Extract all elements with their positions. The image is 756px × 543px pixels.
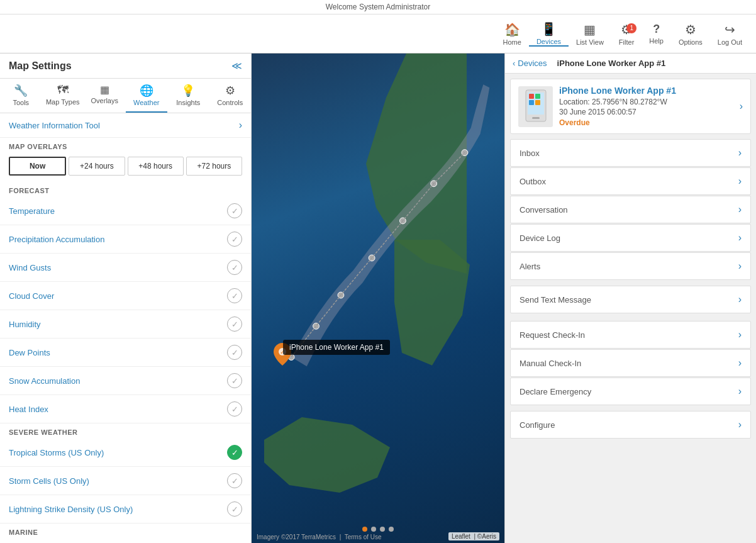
- menu-manual-checkin[interactable]: Manual Check-In ›: [510, 349, 751, 377]
- severe-tropical-storms-check[interactable]: ✓: [227, 445, 242, 460]
- menu-declare-emergency[interactable]: Declare Emergency ›: [510, 378, 751, 405]
- time-btn-plus72[interactable]: +72 hours: [186, 157, 242, 176]
- menu-conversation[interactable]: Conversation ›: [510, 196, 751, 223]
- forecast-heat-index[interactable]: Heat Index ✓: [0, 395, 251, 423]
- menu-conversation-label: Conversation: [520, 205, 568, 215]
- device-name: iPhone Lone Worker App #1: [559, 86, 733, 96]
- nav-list-view[interactable]: ▦ List View: [569, 22, 611, 46]
- leaflet-text: Leaflet | ©Aeris: [448, 532, 499, 540]
- forecast-temperature-check[interactable]: ✓: [227, 203, 242, 218]
- tab-controls[interactable]: ⚙ Controls: [209, 79, 252, 113]
- forecast-wind-gusts-check[interactable]: ✓: [227, 260, 242, 275]
- time-btn-plus48[interactable]: +48 hours: [128, 157, 184, 176]
- menu-request-checkin[interactable]: Request Check-In ›: [510, 321, 751, 349]
- map-background: ✓ iPhone Lone Worker App #1 Imagery ©201…: [252, 53, 504, 543]
- configure-chevron: ›: [738, 419, 742, 430]
- tab-weather[interactable]: 🌐 Weather: [126, 79, 168, 113]
- nav-options[interactable]: ⚙ Options: [671, 22, 710, 46]
- declare-emergency-label: Declare Emergency: [520, 387, 591, 396]
- forecast-humidity-check[interactable]: ✓: [227, 316, 242, 332]
- right-panel: ‹ Devices iPhone Lone Worker App #1: [504, 53, 756, 543]
- configure-label: Configure: [520, 420, 555, 430]
- device-card[interactable]: iPhone Lone Worker App #1 Location: 25.7…: [510, 79, 751, 134]
- nav-logout-label: Log Out: [718, 38, 742, 46]
- forecast-precipitation-label: Precipitation Accumulation: [9, 235, 104, 244]
- nav-devices[interactable]: 📱 Devices: [529, 21, 569, 47]
- nav-help[interactable]: ? Help: [642, 23, 671, 45]
- collapse-button[interactable]: ≪: [231, 60, 242, 72]
- toolbar-tabs: 🔧 Tools 🗺 Map Types ▦ Overlays 🌐 Weather…: [0, 79, 251, 113]
- forecast-wind-gusts[interactable]: Wind Gusts ✓: [0, 254, 251, 282]
- menu-device-log-label: Device Log: [520, 233, 560, 243]
- menu-outbox-label: Outbox: [520, 177, 546, 186]
- svg-point-2: [338, 292, 344, 298]
- tab-overlays[interactable]: ▦ Overlays: [84, 79, 126, 113]
- forecast-dew-points[interactable]: Dew Points ✓: [0, 339, 251, 367]
- list-view-icon: ▦: [584, 22, 596, 37]
- nav-home[interactable]: 🏠 Home: [496, 22, 529, 46]
- help-icon: ?: [653, 23, 660, 36]
- menu-device-log-chevron: ›: [738, 232, 742, 244]
- overlays-icon: ▦: [100, 84, 109, 96]
- menu-device-log[interactable]: Device Log ›: [510, 224, 751, 252]
- forecast-snow-accumulation-check[interactable]: ✓: [227, 373, 242, 388]
- request-checkin-chevron: ›: [738, 329, 742, 340]
- forecast-wind-gusts-label: Wind Gusts: [9, 263, 51, 272]
- map-imagery-credit: Imagery ©2017 TerraMetrics | Terms of Us…: [257, 534, 382, 540]
- devices-icon: 📱: [541, 21, 557, 36]
- terms-text: Terms of Use: [345, 534, 382, 540]
- right-panel-header: ‹ Devices iPhone Lone Worker App #1: [505, 53, 756, 74]
- menu-outbox[interactable]: Outbox ›: [510, 167, 751, 195]
- menu-inbox[interactable]: Inbox ›: [510, 139, 751, 167]
- nav-devices-label: Devices: [536, 38, 561, 45]
- severe-weather-header: SEVERE WEATHER: [0, 423, 251, 439]
- tab-tools[interactable]: 🔧 Tools: [0, 79, 42, 113]
- severe-lightning-check[interactable]: ✓: [227, 501, 242, 517]
- forecast-precipitation[interactable]: Precipitation Accumulation ✓: [0, 225, 251, 254]
- menu-send-text[interactable]: Send Text Message ›: [510, 286, 751, 313]
- panel-title: Map Settings: [9, 60, 72, 72]
- forecast-cloud-cover[interactable]: Cloud Cover ✓: [0, 282, 251, 310]
- menu-conversation-chevron: ›: [738, 204, 742, 215]
- nav-logout[interactable]: ↪ Log Out: [710, 22, 750, 46]
- breadcrumb-devices-link[interactable]: ‹ Devices: [513, 59, 547, 68]
- top-nav: 🏠 Home 📱 Devices ▦ List View ⚙ Filter 1 …: [0, 14, 756, 53]
- forecast-precipitation-check[interactable]: ✓: [227, 232, 242, 247]
- breadcrumb-link-label: Devices: [518, 59, 547, 68]
- manual-checkin-label: Manual Check-In: [520, 359, 581, 368]
- time-buttons-group: Now +24 hours +48 hours +72 hours: [0, 153, 251, 182]
- forecast-dew-points-check[interactable]: ✓: [227, 345, 242, 360]
- tools-icon: 🔧: [14, 84, 28, 98]
- nav-right: 🏠 Home 📱 Devices ▦ List View ⚙ Filter 1 …: [258, 21, 750, 47]
- time-btn-plus24[interactable]: +24 hours: [69, 157, 125, 176]
- tab-insights[interactable]: 💡 Insights: [167, 79, 209, 113]
- svg-point-1: [313, 323, 320, 329]
- breadcrumb-current: iPhone Lone Worker App #1: [557, 59, 666, 68]
- nav-options-label: Options: [679, 38, 703, 46]
- forecast-heat-index-check[interactable]: ✓: [227, 401, 242, 417]
- weather-info-tool-row[interactable]: Weather Information Tool ›: [0, 113, 251, 138]
- forecast-snow-accumulation[interactable]: Snow Accumulation ✓: [0, 367, 251, 395]
- severe-tropical-storms[interactable]: Tropical Storms (US Only) ✓: [0, 439, 251, 467]
- severe-lightning[interactable]: Lightning Strike Density (US Only) ✓: [0, 495, 251, 523]
- severe-storm-cells-check[interactable]: ✓: [227, 473, 242, 488]
- nav-filter[interactable]: ⚙ Filter 1: [611, 22, 642, 46]
- menu-configure[interactable]: Configure ›: [510, 411, 751, 439]
- severe-storm-cells[interactable]: Storm Cells (US Only) ✓: [0, 467, 251, 495]
- tab-map-types[interactable]: 🗺 Map Types: [42, 79, 84, 113]
- logout-icon: ↪: [725, 22, 735, 37]
- time-btn-now[interactable]: Now: [9, 157, 66, 176]
- forecast-dew-points-label: Dew Points: [9, 348, 50, 357]
- forecast-temperature[interactable]: Temperature ✓: [0, 197, 251, 225]
- forecast-humidity[interactable]: Humidity ✓: [0, 310, 251, 339]
- forecast-cloud-cover-check[interactable]: ✓: [227, 288, 242, 303]
- nav-help-label: Help: [649, 37, 664, 45]
- menu-alerts[interactable]: Alerts ›: [510, 252, 751, 280]
- marine-sea-surface-temp[interactable]: Sea Surface Temperature ✓: [0, 539, 251, 543]
- map-tooltip: iPhone Lone Worker App #1: [283, 340, 390, 355]
- panel-header: Map Settings ≪: [0, 53, 251, 79]
- severe-storm-cells-label: Storm Cells (US Only): [9, 476, 89, 486]
- weather-icon: 🌐: [140, 84, 153, 98]
- map-area: ✓ iPhone Lone Worker App #1 Imagery ©201…: [252, 53, 504, 543]
- welcome-text: Welcome System Administrator: [326, 3, 431, 11]
